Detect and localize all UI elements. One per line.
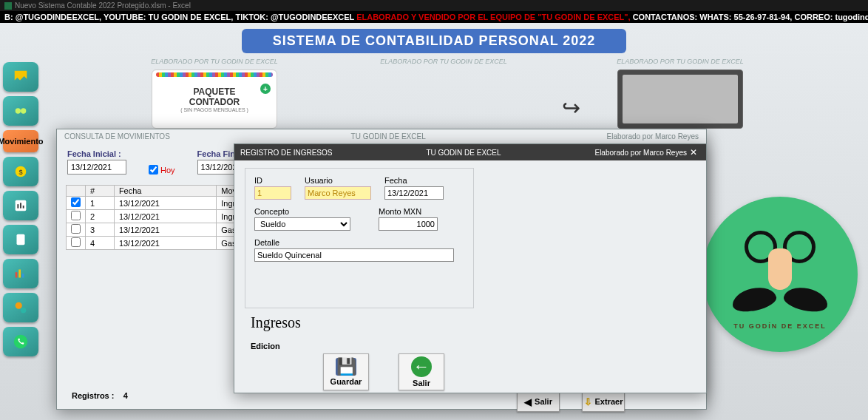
close-icon[interactable]: ✕ — [687, 147, 700, 158]
paquete-note: ( SIN PAGOS MENSUALES ) — [180, 107, 248, 112]
col-check — [67, 186, 86, 197]
monto-label: Monto MXN — [379, 207, 438, 216]
promo-bar: B: @TUGODINDEEXCEL, YOUTUBE: TU GODIN DE… — [0, 11, 868, 23]
svg-rect-11 — [22, 274, 24, 278]
id-label: ID — [254, 176, 291, 185]
app-title: Nuevo Sistema Contable 2022 Protegido.xl… — [15, 1, 191, 10]
promo-prefix: B: @TUGODINDEEXCEL, YOUTUBE: TU GODIN DE… — [4, 13, 356, 21]
svg-point-13 — [21, 308, 26, 313]
sidebar-gears[interactable] — [3, 293, 38, 322]
row-check[interactable] — [71, 211, 81, 220]
fecha-input[interactable] — [384, 186, 444, 200]
ingreso-titlebar: REGISTRO DE INGRESOS TU GODIN DE EXCEL E… — [234, 144, 706, 160]
row-num: 2 — [86, 210, 115, 223]
consulta-credit: Elaborado por Marco Reyes — [606, 132, 699, 140]
usuario-label: Usuario — [305, 176, 371, 185]
usuario-input[interactable] — [305, 186, 371, 200]
row-check[interactable] — [71, 237, 81, 247]
edicion-label: Edicion — [251, 342, 706, 350]
col-num: # — [86, 186, 115, 197]
row-fecha: 13/12/2021 — [114, 197, 216, 210]
row-num: 1 — [86, 197, 115, 210]
fecha-inicial-input[interactable] — [67, 160, 126, 175]
paquete-subtitle: CONTADOR — [189, 97, 240, 107]
detalle-label: Detalle — [254, 238, 454, 247]
svg-rect-6 — [20, 203, 21, 208]
svg-point-12 — [16, 302, 22, 309]
hoy-label: Hoy — [160, 166, 175, 175]
sidebar-chart-up[interactable] — [3, 62, 38, 92]
ingreso-form: ID Usuario Fecha Concepto Sueldo Monto M… — [245, 168, 474, 308]
svg-rect-10 — [18, 270, 21, 278]
exit-icon: ← — [411, 356, 432, 377]
row-check[interactable] — [71, 224, 81, 234]
hoy-check[interactable] — [149, 165, 158, 175]
svg-rect-8 — [17, 234, 25, 245]
consulta-salir-label: Salir — [535, 397, 552, 406]
id-input[interactable] — [254, 186, 291, 200]
promo-highlight: ELABORADO Y VENDIDO POR EL EQUIPO DE "TU… — [356, 13, 630, 21]
salir-label: Salir — [413, 379, 430, 387]
col-fecha: Fecha — [114, 186, 216, 197]
svg-point-0 — [16, 108, 21, 113]
save-icon: 💾 — [336, 358, 356, 376]
sidebar-whatsapp[interactable] — [3, 327, 38, 356]
monto-input[interactable] — [379, 217, 438, 231]
watermark-text: ELABORADO POR TU GODIN DE EXCEL — [355, 58, 532, 65]
row-num: 3 — [86, 223, 115, 237]
excel-icon — [4, 2, 12, 10]
concepto-select[interactable]: Sueldo — [254, 217, 350, 231]
svg-rect-9 — [16, 272, 18, 277]
detalle-input[interactable] — [254, 248, 454, 262]
paquete-title: PAQUETE — [193, 87, 235, 97]
extract-icon: ⇩ — [584, 396, 592, 407]
sidebar-movimiento[interactable]: Movimiento — [3, 130, 38, 152]
consulta-brand: TU GODIN DE EXCEL — [351, 132, 426, 140]
sidebar: Movimiento $ — [0, 62, 38, 356]
logo-caption: TU GODÍN DE EXCEL — [702, 322, 858, 330]
watermark-text: ELABORADO POR TU GODIN DE EXCEL — [126, 58, 303, 65]
consulta-salir-button[interactable]: ◀ Salir — [517, 391, 560, 412]
row-num: 4 — [86, 237, 115, 250]
logo-face-2: TU GODÍN DE EXCEL — [702, 197, 858, 352]
consulta-title: CONSULTA DE MOVIMIENTOS — [64, 132, 170, 140]
back-icon: ◀ — [524, 396, 532, 407]
registros-label: Registros : — [72, 391, 114, 400]
guardar-label: Guardar — [330, 377, 362, 386]
sidebar-bars[interactable] — [3, 259, 38, 288]
plus-icon: + — [260, 84, 271, 94]
row-fecha: 13/12/2021 — [114, 210, 216, 223]
consulta-extraer-label: Extraer — [595, 397, 623, 406]
screenshot-card[interactable] — [617, 70, 743, 129]
watermark-text: ELABORADO POR TU GODIN DE EXCEL — [591, 58, 769, 65]
row-fecha: 13/12/2021 — [114, 237, 216, 250]
promo-suffix: CONTACTANOS: WHATS: 55-26-97-81-94, CORR… — [633, 13, 868, 21]
section-title: Ingresos — [251, 314, 706, 331]
excel-titlebar: Nuevo Sistema Contable 2022 Protegido.xl… — [0, 0, 868, 11]
ingreso-window: REGISTRO DE INGRESOS TU GODIN DE EXCEL E… — [234, 143, 707, 393]
svg-point-14 — [14, 335, 27, 348]
share-arrow-icon: ↪ — [562, 95, 580, 121]
svg-rect-5 — [17, 204, 18, 209]
paquete-card[interactable]: + PAQUETE CONTADOR ( SIN PAGOS MENSUALES… — [152, 70, 277, 129]
fecha-inicial-label: Fecha Inicial : — [67, 149, 126, 158]
salir-button[interactable]: ← Salir — [399, 353, 444, 390]
row-check[interactable] — [71, 197, 81, 207]
fecha-label: Fecha — [384, 176, 444, 185]
ingreso-brand: TU GODIN DE EXCEL — [389, 149, 538, 157]
consulta-extraer-button[interactable]: ⇩ Extraer — [582, 391, 625, 412]
registros-value: 4 — [123, 391, 128, 400]
main-banner: SISTEMA DE CONTABILIDAD PERSONAL 2022 — [242, 29, 626, 53]
hoy-checkbox[interactable]: Hoy — [149, 165, 175, 175]
row-fecha: 13/12/2021 — [114, 223, 216, 237]
concepto-label: Concepto — [254, 207, 350, 216]
sidebar-coins[interactable]: $ — [3, 157, 38, 186]
ingreso-title: REGISTRO DE INGRESOS — [240, 149, 389, 157]
ingreso-credit: Elaborado por Marco Reyes — [538, 149, 687, 157]
svg-text:$: $ — [18, 169, 22, 176]
guardar-button[interactable]: 💾 Guardar — [323, 353, 369, 390]
sidebar-money[interactable] — [3, 96, 38, 126]
sidebar-report[interactable] — [3, 191, 38, 220]
svg-rect-7 — [23, 206, 24, 209]
sidebar-clipboard[interactable] — [3, 225, 38, 254]
